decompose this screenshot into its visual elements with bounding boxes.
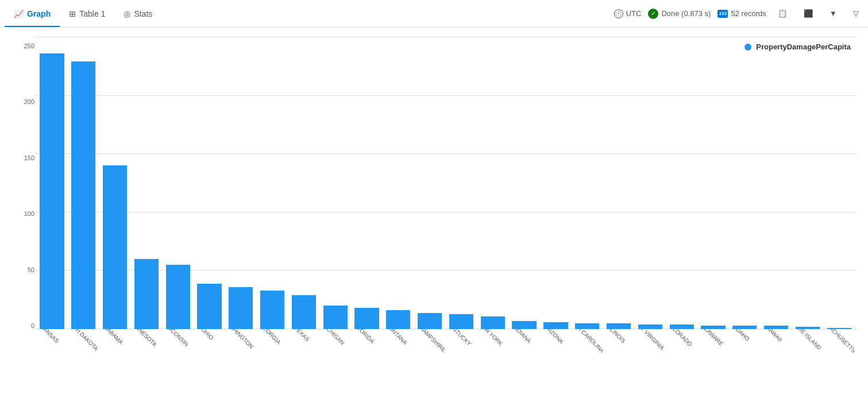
x-label-wrapper: SOUTH CAROLINA [572, 329, 603, 398]
bar [638, 324, 662, 329]
x-label-wrapper: MASSACHUSETTS [824, 329, 854, 398]
legend-label: PropertyDamagePerCapita [756, 42, 851, 51]
bar [103, 165, 127, 329]
x-label-wrapper: INDIANA [509, 329, 539, 398]
bar [134, 259, 159, 329]
top-bar: 📈 Graph ⊞ Table 1 ◎ Stats 🕐 UTC ✓ Done (… [0, 0, 868, 28]
bar-wrapper[interactable] [37, 37, 67, 329]
x-axis-label: WASHINGTON [226, 329, 255, 350]
x-axis-label: ILLINOIS [606, 329, 627, 344]
bar-wrapper[interactable] [793, 37, 823, 329]
bar-wrapper[interactable] [257, 37, 288, 329]
bar-wrapper[interactable] [68, 37, 99, 329]
x-label-wrapper: DELAWARE [698, 329, 728, 398]
x-label-wrapper: NORTH DAKOTA [68, 329, 99, 398]
records-status: 123 52 records [717, 9, 766, 18]
done-status: ✓ Done (0.873 s) [648, 9, 711, 19]
records-icon: 123 [717, 10, 728, 18]
checkmark-icon: ✓ [648, 9, 658, 19]
bar-wrapper[interactable] [320, 37, 350, 329]
bar-wrapper[interactable] [289, 37, 319, 329]
bar-wrapper[interactable] [383, 37, 414, 329]
x-label-wrapper: ALABAMA [100, 329, 130, 398]
bar-wrapper[interactable] [194, 37, 225, 329]
bar-wrapper[interactable] [163, 37, 193, 329]
x-label-wrapper: WISCONSIN [163, 329, 193, 398]
copy-button[interactable]: 📋 [773, 7, 792, 20]
x-axis-label: MINNESOTA [131, 329, 158, 348]
x-label-wrapper: KANSAS [37, 329, 67, 398]
grid-and-bars: KANSASNORTH DAKOTAALABAMAMINNESOTAWISCON… [34, 37, 857, 398]
y-axis-label: 0 [11, 322, 34, 329]
x-label-wrapper: WEST VIRGINIA [635, 329, 665, 398]
bar-wrapper[interactable] [446, 37, 477, 329]
bar [40, 53, 64, 329]
bar [512, 321, 536, 329]
tab-stats-label: Stats [134, 9, 152, 18]
x-label-wrapper: OHIO [194, 329, 225, 398]
bar [670, 324, 694, 329]
x-label-wrapper: RHODE ISLAND [793, 329, 823, 398]
bar-wrapper[interactable] [100, 37, 130, 329]
stats-icon: ◎ [124, 9, 130, 18]
x-axis-label: DELAWARE [698, 329, 724, 347]
bar-wrapper[interactable] [226, 37, 256, 329]
x-axis-label: INDIANA [511, 329, 532, 344]
y-axis-label: 250 [11, 42, 34, 49]
bar-wrapper[interactable] [761, 37, 792, 329]
chart-container: 050100150200250 KANSASNORTH DAKOTAALABAM… [0, 28, 868, 398]
x-axis-label: GEORGIA [259, 329, 282, 345]
bar-wrapper[interactable] [572, 37, 603, 329]
y-axis: 050100150200250 [11, 37, 34, 398]
x-axis-label: IDAHO [734, 329, 751, 342]
graph-icon: 📈 [14, 9, 24, 18]
x-label-wrapper: TEXAS [289, 329, 319, 398]
bar-wrapper[interactable] [509, 37, 539, 329]
export-button[interactable]: ⬛ [799, 7, 818, 20]
bar-wrapper[interactable] [730, 37, 760, 329]
y-axis-label: 150 [11, 154, 34, 161]
bar [481, 316, 505, 329]
bar [229, 287, 253, 329]
bar-wrapper[interactable] [352, 37, 382, 329]
tab-stats[interactable]: ◎ Stats [114, 0, 161, 27]
bar-wrapper[interactable] [604, 37, 634, 329]
x-axis-label: MASSACHUSETTS [824, 329, 854, 354]
x-label-wrapper: ILLINOIS [604, 329, 634, 398]
bar [449, 314, 473, 329]
x-axis-label: FLORIDA [353, 329, 375, 345]
tab-table-label: Table 1 [79, 9, 105, 18]
bar-wrapper[interactable] [666, 37, 697, 329]
bar [418, 313, 442, 330]
bar-wrapper[interactable] [541, 37, 571, 329]
x-axis-label: NEW HAMPSHIRE [415, 329, 445, 353]
x-label-wrapper: FLORIDA [352, 329, 382, 398]
x-label-wrapper: IDAHO [730, 329, 760, 398]
x-axis-label: NORTH DAKOTA [68, 329, 99, 352]
tab-table[interactable]: ⊞ Table 1 [60, 0, 114, 27]
x-labels: KANSASNORTH DAKOTAALABAMAMINNESOTAWISCON… [34, 329, 857, 398]
x-axis-label: HAWAII [765, 329, 783, 343]
x-label-wrapper: MINNESOTA [131, 329, 161, 398]
x-axis-label: TEXAS [293, 329, 311, 342]
bar [71, 61, 95, 329]
expand-button[interactable]: ▼ [825, 7, 842, 20]
x-label-wrapper: GEORGIA [257, 329, 288, 398]
table-icon: ⊞ [69, 9, 76, 18]
x-axis-label: RHODE ISLAND [793, 329, 823, 351]
x-axis-label: MONTANA [384, 329, 408, 346]
collapse-button[interactable]: ▽ [848, 7, 863, 20]
bar-wrapper[interactable] [477, 37, 508, 329]
bar-wrapper[interactable] [635, 37, 665, 329]
x-axis-label: MICHIGAN [321, 329, 345, 346]
x-label-wrapper: NEW YORK [477, 329, 508, 398]
y-axis-label: 200 [11, 98, 34, 105]
bar-wrapper[interactable] [131, 37, 161, 329]
tab-graph[interactable]: 📈 Graph [5, 0, 60, 27]
bar-wrapper[interactable] [824, 37, 854, 329]
x-axis-label: WISCONSIN [163, 329, 190, 347]
utc-status: 🕐 UTC [614, 9, 642, 18]
bar-wrapper[interactable] [698, 37, 728, 329]
bar [386, 310, 410, 329]
bar-wrapper[interactable] [415, 37, 445, 329]
